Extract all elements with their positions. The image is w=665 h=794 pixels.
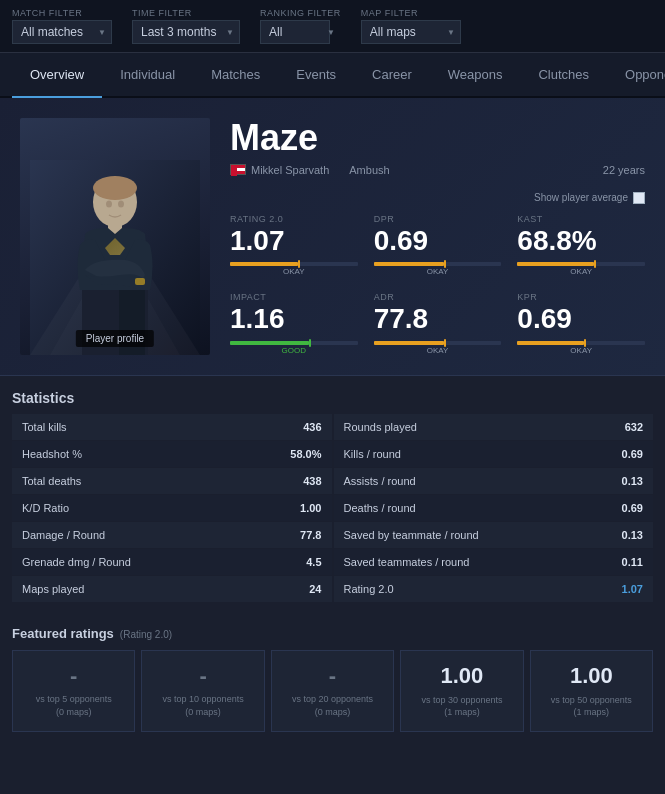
tab-individual[interactable]: Individual [102, 53, 193, 98]
stat-bar-fill [517, 341, 583, 345]
tab-opponents[interactable]: Opponents [607, 53, 665, 98]
stats-table: Total kills 436 Headshot % 58.0% Total d… [0, 414, 665, 614]
svg-rect-6 [135, 278, 145, 285]
stat-item-kast: KAST 68.8% OKAY [517, 214, 645, 277]
stat-row: Maps played 24 [12, 576, 332, 602]
stat-row-value: 77.8 [300, 529, 321, 541]
stat-bar-fill [230, 262, 298, 266]
stat-row: Damage / Round 77.8 [12, 522, 332, 548]
featured-card-label: vs top 30 opponents(1 maps) [421, 694, 502, 719]
featured-card: - vs top 10 opponents(0 maps) [141, 650, 264, 732]
stat-row-label: Headshot % [22, 448, 82, 460]
featured-card-label: vs top 10 opponents(0 maps) [163, 693, 244, 718]
denmark-flag [230, 164, 246, 175]
player-info: Maze Mikkel Sparvath Ambush 22 years Sho… [230, 118, 645, 355]
featured-card-label: vs top 50 opponents(1 maps) [551, 694, 632, 719]
stat-label: RATING 2.0 [230, 214, 358, 224]
featured-card-value: 1.00 [441, 663, 484, 689]
match-filter-wrapper[interactable]: All matches [12, 20, 112, 44]
tab-clutches[interactable]: Clutches [520, 53, 607, 98]
stat-bar [374, 262, 502, 266]
stat-row: Saved by teammate / round 0.13 [334, 522, 654, 548]
map-filter-select[interactable]: All maps [361, 20, 461, 44]
tab-matches[interactable]: Matches [193, 53, 278, 98]
player-section: Player profile Maze Mikkel Sparvath Ambu… [0, 98, 665, 376]
stat-row: Rating 2.0 1.07 [334, 576, 654, 602]
stat-row: K/D Ratio 1.00 [12, 495, 332, 521]
stat-bar [374, 341, 502, 345]
featured-card: 1.00 vs top 50 opponents(1 maps) [530, 650, 653, 732]
stat-bar [230, 262, 358, 266]
rating-label: OKAY [374, 346, 502, 355]
stat-row-label: Rounds played [344, 421, 417, 433]
player-profile-label: Player profile [76, 330, 154, 347]
stat-row-value: 436 [303, 421, 321, 433]
featured-card-label: vs top 5 opponents(0 maps) [36, 693, 112, 718]
stat-row-value: 0.11 [622, 556, 643, 568]
stat-row: Deaths / round 0.69 [334, 495, 654, 521]
stat-row-label: Damage / Round [22, 529, 105, 541]
map-filter-wrapper[interactable]: All maps [361, 20, 461, 44]
stat-row-value: 632 [625, 421, 643, 433]
stat-item-adr: ADR 77.8 OKAY [374, 292, 502, 355]
featured-card: - vs top 5 opponents(0 maps) [12, 650, 135, 732]
stat-row-label: Deaths / round [344, 502, 416, 514]
stat-row: Total deaths 438 [12, 468, 332, 494]
stat-row-value: 4.5 [306, 556, 321, 568]
stat-value: 0.69 [374, 226, 502, 257]
stat-row: Total kills 436 [12, 414, 332, 440]
map-filter-group: MAP FILTER All maps [361, 8, 461, 44]
stat-label: IMPACT [230, 292, 358, 302]
stat-row: Assists / round 0.13 [334, 468, 654, 494]
rating-label: GOOD [230, 346, 358, 355]
bar-marker [309, 339, 311, 347]
stat-value: 1.07 [230, 226, 358, 257]
show-average-label: Show player average [534, 192, 628, 203]
stat-row-value: 1.07 [622, 583, 643, 595]
stat-label: DPR [374, 214, 502, 224]
match-filter-select[interactable]: All matches [12, 20, 112, 44]
stat-value: 68.8% [517, 226, 645, 257]
rating-label: OKAY [374, 267, 502, 276]
match-filter-label: MATCH FILTER [12, 8, 112, 18]
stat-row-label: Maps played [22, 583, 84, 595]
ranking-filter-select[interactable]: All [260, 20, 330, 44]
statistics-section: Statistics Total kills 436 Headshot % 58… [0, 376, 665, 614]
ranking-filter-wrapper[interactable]: All [260, 20, 341, 44]
show-average-checkbox[interactable] [633, 192, 645, 204]
svg-point-10 [106, 201, 112, 208]
filter-bar: MATCH FILTER All matches TIME FILTER Las… [0, 0, 665, 53]
tab-career[interactable]: Career [354, 53, 430, 98]
featured-card-value: - [199, 663, 206, 689]
stat-row-value: 24 [309, 583, 321, 595]
stat-row-label: Assists / round [344, 475, 416, 487]
tab-events[interactable]: Events [278, 53, 354, 98]
svg-point-11 [118, 201, 124, 208]
featured-subtitle: (Rating 2.0) [120, 629, 172, 640]
stat-item-rating-2.0: RATING 2.0 1.07 OKAY [230, 214, 358, 277]
match-filter-group: MATCH FILTER All matches [12, 8, 112, 44]
tab-weapons[interactable]: Weapons [430, 53, 521, 98]
featured-card: - vs top 20 opponents(0 maps) [271, 650, 394, 732]
player-age: 22 years [603, 164, 645, 176]
ranking-filter-label: RANKING FILTER [260, 8, 341, 18]
stat-row-label: Rating 2.0 [344, 583, 394, 595]
stat-label: KPR [517, 292, 645, 302]
stat-row: Saved teammates / round 0.11 [334, 549, 654, 575]
time-filter-select[interactable]: Last 3 months [132, 20, 240, 44]
rating-label: OKAY [230, 267, 358, 276]
time-filter-wrapper[interactable]: Last 3 months [132, 20, 240, 44]
stat-item-dpr: DPR 0.69 OKAY [374, 214, 502, 277]
player-name: Maze [230, 118, 645, 158]
show-average: Show player average [230, 192, 645, 204]
tab-overview[interactable]: Overview [12, 53, 102, 98]
stat-item-kpr: KPR 0.69 OKAY [517, 292, 645, 355]
player-illustration [30, 160, 200, 355]
stat-bar [230, 341, 358, 345]
stats-col-left: Total kills 436 Headshot % 58.0% Total d… [12, 414, 332, 602]
stat-label: KAST [517, 214, 645, 224]
player-realname-text: Mikkel Sparvath [251, 164, 329, 176]
stat-value: 0.69 [517, 304, 645, 335]
stat-row-value: 0.69 [622, 448, 643, 460]
stat-row-label: Total kills [22, 421, 67, 433]
